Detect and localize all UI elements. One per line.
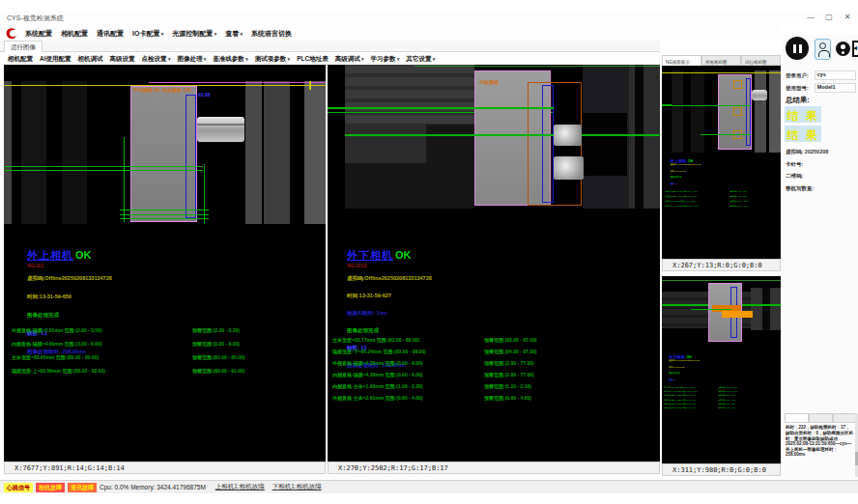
titlebar: CYS-视觉检测系统 — ▢ ✕ — [0, 12, 858, 25]
blue-measure-label: 93.88 — [198, 92, 211, 98]
tool-ai-usage-config[interactable]: AI使用配置 — [40, 55, 72, 64]
app-logo-icon — [5, 27, 18, 40]
menu-io-config[interactable]: IO卡配置 — [132, 29, 163, 39]
pixel-coords-readout: X:267;Y:13;R:0;G:0;B:0 — [662, 259, 781, 271]
thumbnail-view-tabs: NG画面显示 所有相机图 运行相机图 — [662, 55, 781, 66]
measurement-row: 内侧直线-主体=1.90mm 范围:(1.00 - 2.20)预警范围:(1.1… — [332, 383, 423, 390]
camera-panel-lower-outer[interactable]: AI检测框 外下相机OK NG:0/10 虚拟码:Offline20250208… — [328, 65, 660, 474]
upper-camera-status[interactable]: 上相机1:相机故障 — [215, 483, 265, 491]
tab-ng-display[interactable]: NG画面显示 — [662, 55, 701, 66]
process-done: 图像处理完成 — [347, 326, 519, 334]
measurement-row: 主体宽度=83.05mm 范围:(80.00 - 86.00)预警范围:(81.… — [12, 354, 99, 361]
pixel-coords-readout: X:270;Y:2502;R:17;G:17;B:17 — [328, 462, 660, 474]
tool-advanced-debug[interactable]: 高级调试 — [335, 55, 364, 64]
menu-view[interactable]: 查看 — [225, 29, 243, 39]
thumbnail-textblock-upper: 外上相机OK 虚拟码:Offline20250208133134728 时间:1… — [662, 157, 781, 210]
model-value: Model1 — [815, 83, 856, 93]
status-bar: 心跳信号 相机故障 通讯故障 Cpu: 0.0% Memory: 3424.41… — [0, 480, 858, 493]
view-tabstrip: 运行图像 — [0, 41, 660, 52]
process-done: 图像处理完成 — [27, 311, 191, 319]
tool-image-processing[interactable]: 图像处理 — [177, 55, 206, 64]
thumbnail-image-lower[interactable] — [662, 278, 781, 348]
result-indicator-lower: 结 果 — [785, 126, 821, 142]
tab-all-cameras[interactable]: 所有相机图 — [701, 55, 741, 66]
account-button[interactable] — [836, 42, 850, 56]
tool-spot-check[interactable]: 点检设置 — [142, 55, 171, 64]
heartbeat-badge: 心跳信号 — [4, 483, 33, 492]
thumbnail-panel-upper[interactable]: 外上相机OK 虚拟码:Offline20250208133134728 时间:1… — [662, 66, 781, 271]
ng-count: NG:0/1 — [27, 263, 191, 268]
user-login-button[interactable] — [815, 39, 831, 60]
measurement-row: 内侧直线-隔膜=4.38mm 范围:(0.00 - 9.00)预警范围:(2.0… — [332, 372, 423, 378]
tab-run-image[interactable]: 运行图像 — [4, 41, 43, 52]
machine-write-count-field: 整机写数量: — [786, 184, 814, 192]
result-indicator-upper: 结 果 — [785, 106, 821, 123]
camera-image-lower-outer[interactable]: AI检测框 — [328, 65, 660, 209]
measurement-row: 外侧直线-隔膜=4.38mm 范围:(0.00 - 9.00)预警范围:(2.0… — [332, 360, 423, 367]
capture-time: 时间:13-31-59-650 — [27, 293, 191, 300]
pixel-coords-readout: X:311;Y:980;R:0;G:0;B:0 — [662, 463, 781, 476]
pixel-coords-readout: X:7677;Y:891;R:14;G:14;B:14 — [4, 462, 326, 474]
login-user-value: cys — [815, 70, 856, 80]
tab-running-cameras[interactable]: 运行相机图 — [741, 55, 781, 66]
menu-light-control-config[interactable]: 光源控制配置 — [172, 29, 216, 39]
tool-plc-address-table[interactable]: PLC地址表 — [297, 55, 329, 64]
close-button[interactable]: ✕ — [843, 13, 852, 21]
app-window: CYS-视觉检测系统 — ▢ ✕ 系统配置 相机配置 通讯配置 IO卡配置 光源… — [0, 0, 858, 504]
ng-count: NG:0/10 — [347, 263, 519, 268]
lower-camera-status[interactable]: 下相机1:相机故障 — [272, 483, 322, 491]
model-label: 使用型号: — [786, 84, 809, 92]
camera-title: 外上相机 — [27, 249, 73, 261]
ai-detect-box-label: AI检测框 — [479, 79, 499, 85]
thumbnail-panel-lower[interactable]: 外下相机OK 虚拟码:Offline20250208133134728 时间:1… — [662, 276, 781, 476]
pause-button[interactable] — [786, 37, 809, 60]
tab-run-log[interactable]: 运行日志 — [785, 413, 809, 423]
login-user-label: 登录用户: — [786, 71, 809, 79]
tool-camera-config[interactable]: 相机配置 — [8, 55, 33, 64]
exit-button[interactable] — [852, 41, 858, 57]
tool-camera-debug[interactable]: 相机调试 — [78, 55, 103, 64]
log-tabs: 运行日志 报警日志 错误日志 — [785, 413, 857, 423]
cpu-memory-readout: Cpu: 0.0% Memory: 3424.41796875M — [100, 484, 206, 490]
contact-part — [554, 156, 584, 180]
threshold-overlay-label: 平均阈值:93, 动态阈值:100 — [133, 87, 191, 93]
comm-fault-badge: 通讯故障 — [68, 483, 97, 492]
contact-part — [554, 125, 582, 146]
measurement-row: 外侧直线-隔膜=2.91mm 范围:(2.00 - 3.50)预警范围:(2.2… — [12, 327, 102, 334]
log-text[interactable]: 机时：222，缺陷检测机时：17，缺陷分类机时：0，缺陷视频分区机时：显示图像获… — [786, 425, 853, 458]
measurement-row: 内侧直线-隔膜=4.60mm 范围:(3.00 - 6.00)预警范围:(0.0… — [12, 341, 102, 348]
tool-other-settings[interactable]: 其它设置 — [406, 55, 435, 64]
maximize-button[interactable]: ▢ — [824, 13, 834, 21]
result-ok: OK — [395, 249, 412, 261]
ai-elapsed: 检测AI耗时: 1ms — [347, 309, 519, 317]
tool-advanced-settings[interactable]: 高级设置 — [110, 55, 135, 64]
config-toolbar: 相机配置 AI使用配置 相机调试 高级设置 点检设置 图像处理 基准线参数 测试… — [0, 53, 660, 65]
menu-bar: 系统配置 相机配置 通讯配置 IO卡配置 光源控制配置 查看 系统语言切换 — [0, 26, 781, 41]
thumbnail-textblock-lower: 外下相机OK 虚拟码:Offline20250208133134728 时间:1… — [662, 353, 781, 411]
tool-baseline-params[interactable]: 基准线参数 — [213, 55, 247, 64]
camera-panel-upper-outer[interactable]: 平均阈值:93, 动态阈值:100 93.88 外上相机OK NG:0/1 虚拟… — [4, 65, 326, 474]
tab-error-log[interactable]: 错误日志 — [833, 413, 857, 423]
camera-fault-badge: 相机故障 — [36, 483, 65, 492]
tab-alarm-log[interactable]: 报警日志 — [809, 413, 833, 423]
menu-comm-config[interactable]: 通讯配置 — [97, 29, 124, 39]
tool-test-params[interactable]: 测试项参数 — [255, 55, 290, 64]
measurement-row: 隔膜宽度-上=90.56mm 范围:(88.00 - 92.00)预警范围:(8… — [12, 368, 105, 375]
right-sidebar: 登录用户: cys 使用型号: Model1 总结果: 结 果 结 果 虚拟码:… — [783, 35, 858, 479]
result-ok: OK — [75, 249, 92, 261]
measurement-row: 隔膜宽度-下=95.24mm 范围:(93.00 - 98.00)预警范围:(9… — [332, 349, 426, 355]
tool-learning-params[interactable]: 学习参数 — [371, 55, 400, 64]
menu-language-switch[interactable]: 系统语言切换 — [251, 29, 292, 39]
window-title: CYS-视觉检测系统 — [7, 14, 64, 23]
qr-code-field: 二维码: — [786, 172, 803, 180]
camera-title: 外下相机 — [347, 249, 393, 261]
virtual-code: 虚拟码:Offline20250208133134728 — [347, 274, 519, 282]
camera-image-upper-outer[interactable]: 平均阈值:93, 动态阈值:100 93.88 — [4, 81, 326, 224]
menu-system-config[interactable]: 系统配置 — [25, 29, 52, 39]
minimize-button[interactable]: — — [806, 13, 815, 21]
connector-part — [197, 117, 244, 142]
menu-camera-config[interactable]: 相机配置 — [61, 29, 88, 39]
thumbnail-image-upper[interactable] — [662, 70, 781, 153]
measurement-row: 主体宽度=83.77mm 范围:(82.00 - 88.00)预警范围:(83.… — [332, 337, 419, 344]
measurement-row: 外侧直线-主体=2.61mm 范围:(0.60 - 4.00)预警范围:(0.6… — [332, 395, 423, 402]
